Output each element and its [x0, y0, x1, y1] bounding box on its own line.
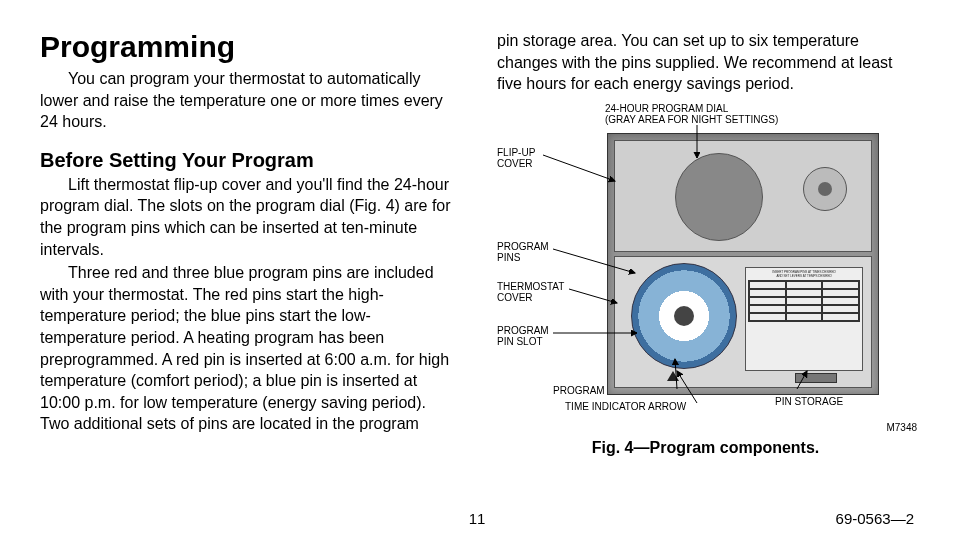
figure-caption: Fig. 4—Program components. — [497, 439, 914, 457]
svg-line-2 — [553, 249, 635, 273]
svg-line-5 — [675, 359, 677, 389]
paragraph-before-2: Three red and three blue program pins ar… — [40, 262, 457, 435]
svg-line-7 — [797, 371, 807, 389]
paragraph-before-1: Lift thermostat flip-up cover and you'll… — [40, 174, 457, 260]
left-column: Programming You can program your thermos… — [40, 30, 477, 500]
page-footer: 11 69-0563—2 — [0, 510, 954, 527]
intro-paragraph: You can program your thermostat to autom… — [40, 68, 457, 133]
right-column: pin storage area. You can set up to six … — [477, 30, 914, 500]
page-number: 11 — [331, 510, 622, 527]
heading-programming: Programming — [40, 30, 457, 64]
svg-line-1 — [543, 155, 615, 181]
svg-line-6 — [677, 371, 697, 403]
svg-line-3 — [569, 289, 617, 303]
doc-number: 69-0563—2 — [623, 510, 914, 527]
figure-4: 24-HOUR PROGRAM DIAL (GRAY AREA FOR NIGH… — [497, 103, 917, 433]
heading-before-setting: Before Setting Your Program — [40, 149, 457, 172]
callout-arrows — [497, 103, 917, 433]
paragraph-continuation: pin storage area. You can set up to six … — [497, 30, 914, 95]
